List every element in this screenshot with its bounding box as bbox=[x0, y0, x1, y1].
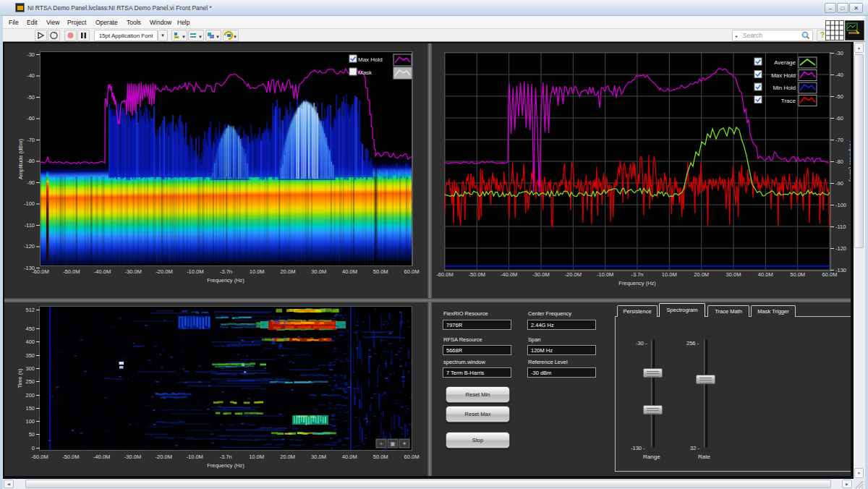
svg-text:-50: -50 bbox=[27, 94, 35, 101]
svg-text:-80: -80 bbox=[27, 158, 35, 164]
svg-text:-10.0M: -10.0M bbox=[597, 271, 613, 278]
svg-text:-10.0M: -10.0M bbox=[187, 454, 203, 460]
svg-text:450: 450 bbox=[25, 326, 35, 332]
svg-text:-3.7n: -3.7n bbox=[219, 454, 231, 460]
svg-text:30.0M: 30.0M bbox=[311, 268, 326, 275]
svg-text:-10.0M: -10.0M bbox=[187, 268, 203, 275]
svg-text:-120: -120 bbox=[24, 243, 35, 250]
svg-text:-80: -80 bbox=[835, 158, 843, 165]
svg-text:-90: -90 bbox=[835, 180, 843, 187]
svg-text:Min Hold: Min Hold bbox=[773, 85, 796, 91]
svg-text:-30: -30 bbox=[27, 51, 35, 58]
svg-text:0: 0 bbox=[32, 445, 35, 451]
svg-text:-30.0M: -30.0M bbox=[125, 268, 142, 275]
svg-text:-70: -70 bbox=[27, 137, 35, 143]
svg-text:▼: ▼ bbox=[233, 35, 237, 39]
svg-text:400: 400 bbox=[25, 339, 35, 345]
svg-text:✶: ✶ bbox=[402, 441, 407, 447]
svg-text:20.0M: 20.0M bbox=[280, 454, 295, 460]
svg-text:60.0M: 60.0M bbox=[404, 454, 420, 460]
svg-text:60.0M: 60.0M bbox=[404, 268, 420, 275]
svg-text:20.0M: 20.0M bbox=[281, 268, 296, 275]
svg-text:Frequency (Hz): Frequency (Hz) bbox=[618, 280, 656, 286]
svg-text:-20.0M: -20.0M bbox=[565, 271, 582, 278]
svg-text:10.0M: 10.0M bbox=[250, 268, 265, 275]
svg-text:-60: -60 bbox=[27, 115, 35, 122]
svg-text:-40: -40 bbox=[835, 72, 843, 78]
svg-text:50: 50 bbox=[29, 431, 35, 438]
svg-text:-90: -90 bbox=[27, 179, 35, 186]
svg-text:50.0M: 50.0M bbox=[373, 454, 388, 460]
svg-text:-50.0M: -50.0M bbox=[62, 454, 79, 460]
svg-text:40.0M: 40.0M bbox=[342, 454, 357, 460]
svg-text:250: 250 bbox=[25, 378, 35, 385]
svg-text:-20.0M: -20.0M bbox=[156, 268, 172, 275]
svg-text:200: 200 bbox=[25, 392, 35, 399]
svg-text:-40.0M: -40.0M bbox=[94, 268, 111, 275]
svg-text:-60.0M: -60.0M bbox=[31, 454, 48, 460]
svg-text:10.0M: 10.0M bbox=[249, 454, 264, 460]
svg-text:Time (s): Time (s) bbox=[17, 368, 23, 388]
svg-text:350: 350 bbox=[25, 352, 35, 359]
svg-text:512: 512 bbox=[25, 307, 35, 313]
svg-text:-60.0M: -60.0M bbox=[436, 271, 453, 278]
svg-text:▣: ▣ bbox=[390, 441, 396, 447]
svg-text:50.0M: 50.0M bbox=[373, 268, 388, 275]
svg-text:20.0M: 20.0M bbox=[694, 271, 709, 278]
svg-text:-110: -110 bbox=[835, 224, 846, 230]
svg-text:Max Hold: Max Hold bbox=[771, 72, 796, 79]
svg-text:-3.7n: -3.7n bbox=[631, 271, 643, 278]
svg-text:-50.0M: -50.0M bbox=[469, 271, 485, 278]
svg-text:Trace: Trace bbox=[781, 98, 796, 104]
svg-text:100: 100 bbox=[25, 418, 35, 425]
svg-text:300: 300 bbox=[25, 365, 35, 372]
svg-text:-30.0M: -30.0M bbox=[532, 271, 549, 278]
svg-text:Frequency (Hz): Frequency (Hz) bbox=[207, 462, 244, 469]
svg-text:▼: ▼ bbox=[198, 35, 203, 39]
svg-text:-100: -100 bbox=[835, 202, 846, 208]
svg-text:10.0M: 10.0M bbox=[662, 271, 677, 278]
svg-text:-60.0M: -60.0M bbox=[32, 268, 48, 275]
svg-text:-50.0M: -50.0M bbox=[63, 268, 80, 275]
svg-text:Average: Average bbox=[774, 59, 796, 66]
svg-text:-40.0M: -40.0M bbox=[93, 454, 110, 460]
svg-text:150: 150 bbox=[25, 405, 35, 412]
svg-text:30.0M: 30.0M bbox=[726, 271, 741, 278]
svg-text:50.0M: 50.0M bbox=[790, 271, 805, 278]
svg-text:Frequency (Hz): Frequency (Hz) bbox=[207, 277, 244, 284]
svg-text:-40.0M: -40.0M bbox=[501, 271, 517, 278]
svg-text:-70: -70 bbox=[835, 137, 843, 143]
svg-text:Mask: Mask bbox=[358, 69, 373, 76]
svg-text:-30.0M: -30.0M bbox=[124, 454, 141, 460]
svg-text:-30: -30 bbox=[835, 50, 843, 56]
svg-text:40.0M: 40.0M bbox=[758, 271, 773, 278]
svg-text:30.0M: 30.0M bbox=[311, 454, 326, 460]
svg-text:-50: -50 bbox=[835, 93, 843, 100]
svg-text:-120: -120 bbox=[835, 245, 846, 252]
svg-text:+: + bbox=[380, 441, 383, 447]
svg-text:Amplitude (dBm): Amplitude (dBm) bbox=[17, 139, 24, 179]
svg-text:-40: -40 bbox=[27, 72, 35, 79]
svg-text:Max Hold: Max Hold bbox=[358, 56, 383, 63]
svg-text:40.0M: 40.0M bbox=[342, 268, 357, 275]
svg-text:-110: -110 bbox=[25, 222, 35, 229]
svg-text:-3.7n: -3.7n bbox=[220, 268, 232, 275]
svg-text:-20.0M: -20.0M bbox=[156, 454, 172, 460]
svg-text:60.0M: 60.0M bbox=[822, 271, 838, 278]
svg-text:-60: -60 bbox=[835, 115, 843, 122]
svg-text:-100: -100 bbox=[24, 200, 35, 207]
svg-text:▼: ▼ bbox=[216, 35, 220, 39]
svg-text:▼: ▼ bbox=[182, 35, 186, 39]
